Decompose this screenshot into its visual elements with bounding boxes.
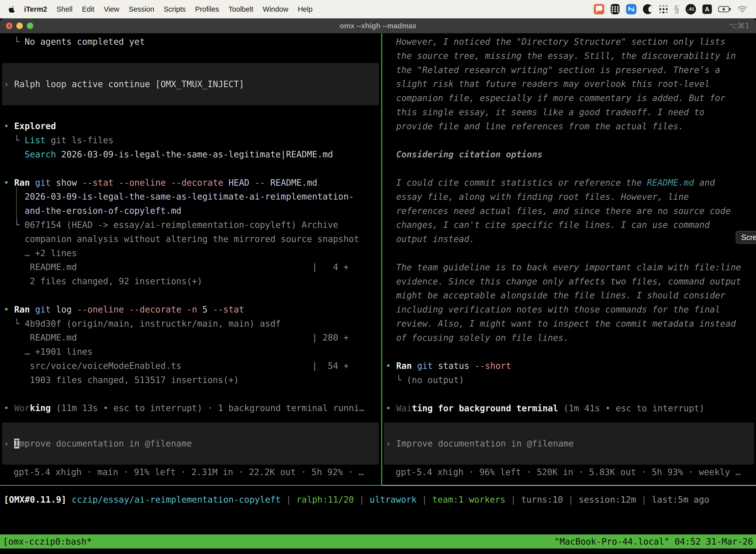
terminal-output: • Explored └ List git ls-files Search 20…: [0, 105, 381, 416]
terminal-line: might be acceptable alongside the file l…: [386, 288, 756, 302]
model-status-right: gpt-5.4 xhigh · 96% left · 520K in · 5.8…: [396, 465, 741, 479]
crescent-icon[interactable]: [643, 4, 653, 14]
screen-recording-indicator-icon[interactable]: [594, 4, 604, 14]
terminal-line: Search 2026-03-09-is-legal-the-same-as-l…: [4, 148, 381, 162]
window-title: omx --xhigh --madmax: [0, 18, 756, 33]
terminal-line: └ (no output): [386, 373, 756, 387]
terminal-line: [4, 49, 381, 63]
menu-bar-status-icons: § ..61 A: [594, 4, 756, 14]
right-pane-bottom-border: [382, 485, 756, 486]
terminal-line: • Working (11m 13s • esc to interrupt) ·…: [4, 401, 381, 415]
menu-item-profiles[interactable]: Profiles: [190, 5, 224, 13]
omx-status-line: [OMX#0.11.9] cczip/essay/ai-reimplementa…: [4, 493, 709, 507]
left-agent-pane[interactable]: └ No agents completed yet › Ralph loop a…: [0, 33, 381, 486]
terminal-line: └ No agents completed yet: [4, 35, 381, 49]
terminal-line: [4, 288, 381, 302]
menu-item-edit[interactable]: Edit: [77, 5, 99, 13]
tree-guide-line: [16, 187, 17, 221]
input-source-badge[interactable]: A: [702, 4, 712, 14]
left-pane-bottom-border: [0, 485, 382, 486]
apple-menu-icon[interactable]: [8, 5, 16, 13]
terminal-line: review. Also, I might want to inspect th…: [386, 317, 756, 331]
terminal-line: README.md | 4 +: [4, 260, 381, 274]
terminal-output: └ No agents completed yet: [0, 33, 381, 63]
model-status-left: gpt-5.4 xhigh · main · 91% left · 2.31M …: [14, 465, 364, 479]
terminal-line: [4, 162, 381, 176]
menu-bar-left: iTerm2 Shell Edit View Session Scripts P…: [0, 5, 317, 13]
dots-grid-icon[interactable]: [659, 5, 668, 13]
right-agent-pane[interactable]: However, I noticed the "Directory Struct…: [383, 33, 756, 486]
tmux-status-bar: [omx-cczip0:bash* "MacBook-Pro-44.local"…: [0, 535, 756, 549]
terminal-line: • Ran git show --stat --oneline --decora…: [4, 176, 381, 190]
menu-item-view[interactable]: View: [99, 5, 124, 13]
terminal-line: src/voice/voiceModeEnabled.ts | 54 +: [4, 359, 381, 373]
terminal-line: Considering citation options: [386, 148, 756, 162]
grid-shield-icon[interactable]: [611, 4, 620, 14]
terminal-line: [4, 105, 381, 119]
screen: iTerm2 Shell Edit View Session Scripts P…: [0, 0, 756, 554]
terminal-line: • Explored: [4, 119, 381, 133]
window-title-bar[interactable]: omx --xhigh --madmax ⌥⌘1: [0, 18, 756, 34]
terminal-line: [4, 387, 381, 401]
terminal-line: • Waiting for background terminal (1m 41…: [386, 401, 756, 416]
terminal-line: including verification notes with those …: [386, 302, 756, 317]
terminal-line: output instead.: [386, 232, 756, 246]
terminal-line: references need actual files, and since …: [386, 204, 756, 218]
menu-item-scripts[interactable]: Scripts: [159, 5, 190, 13]
window-shortcut-badge: ⌥⌘1: [729, 18, 750, 33]
terminal-line: 2 files changed, 92 insertions(+): [4, 274, 381, 288]
terminal-line: [386, 387, 756, 401]
terminal-line: └ List git ls-files: [4, 133, 381, 148]
terminal-line: [386, 133, 756, 148]
terminal-line: [386, 162, 756, 176]
iterm-window: omx --xhigh --madmax ⌥⌘1 └ No agents com…: [0, 18, 756, 554]
terminal-line: evidence. Since this change only affects…: [386, 275, 756, 289]
menu-item-help[interactable]: Help: [293, 5, 317, 13]
terminal: └ No agents completed yet › Ralph loop a…: [0, 33, 756, 554]
inject-message-box: › Ralph loop active continue [OMX_TMUX_I…: [2, 63, 379, 105]
terminal-line: 1903 files changed, 513517 insertions(+): [4, 373, 381, 387]
terminal-output: However, I noticed the "Directory Struct…: [383, 33, 756, 416]
terminal-line: the source tree, missing the essay. Stil…: [386, 49, 756, 63]
terminal-line: • Ran git log --oneline --decorate -n 5 …: [4, 302, 381, 317]
usage-badge[interactable]: ..61: [686, 4, 696, 14]
blue-zigzag-icon[interactable]: [626, 4, 636, 14]
menu-item-app[interactable]: iTerm2: [19, 5, 52, 13]
terminal-line: and-the-erosion-of-copyleft.md: [4, 204, 381, 218]
squiggle-icon[interactable]: §: [674, 4, 679, 14]
tmux-host-clock: "MacBook-Pro-44.local" 04:52 31-Mar-26: [554, 537, 753, 547]
terminal-line: The team guideline is to back every impo…: [386, 260, 756, 275]
terminal-line: of focusing solely on file lines.: [386, 331, 756, 345]
terminal-line: README.md | 280 +: [4, 331, 381, 345]
terminal-line: provide file and line references from th…: [386, 119, 756, 133]
terminal-line: └ 4b9d30f (origin/main, instructkr/main,…: [4, 317, 381, 331]
terminal-line: 2026-03-09-is-legal-the-same-as-legitima…: [4, 189, 381, 204]
terminal-line: [386, 345, 756, 359]
terminal-line: … +1901 lines: [4, 345, 381, 359]
pane-divider[interactable]: [381, 33, 382, 486]
terminal-line: this single essay, it seems like a good …: [386, 105, 756, 119]
terminal-line: the "Related research writing" section i…: [386, 63, 756, 77]
prompt-input-right[interactable]: › Improve documentation in @filename: [384, 423, 754, 465]
terminal-line: changes, I can't cite specific file line…: [386, 218, 756, 232]
terminal-line: companion analysis without altering the …: [4, 232, 381, 246]
terminal-line: … +2 lines: [4, 246, 381, 260]
battery-icon[interactable]: [718, 6, 731, 12]
terminal-line: However, I noticed the "Directory Struct…: [386, 35, 756, 49]
terminal-line: companion file, especially if more comme…: [386, 91, 756, 105]
terminal-line: [386, 246, 756, 260]
screen-overlay-tooltip: Scre: [736, 231, 756, 244]
terminal-line: └ 067f154 (HEAD -> essay/ai-reimplementa…: [4, 218, 381, 232]
terminal-line: essay file, along with finding root file…: [386, 190, 756, 204]
terminal-line: I could cite commit statistics or refere…: [386, 176, 756, 190]
wifi-icon[interactable]: [738, 6, 747, 13]
tmux-session-label[interactable]: [omx-cczip0:bash*: [3, 537, 92, 547]
menu-item-toolbelt[interactable]: Toolbelt: [224, 5, 258, 13]
prompt-input-left[interactable]: › Improve documentation in @filename: [2, 423, 379, 465]
menu-item-shell[interactable]: Shell: [52, 5, 77, 13]
menu-item-window[interactable]: Window: [258, 5, 293, 13]
terminal-line: • Ran git status --short: [386, 359, 756, 373]
terminal-line: slight risk that future readers may over…: [386, 77, 756, 91]
menu-bar: iTerm2 Shell Edit View Session Scripts P…: [0, 0, 756, 18]
menu-item-session[interactable]: Session: [124, 5, 159, 13]
